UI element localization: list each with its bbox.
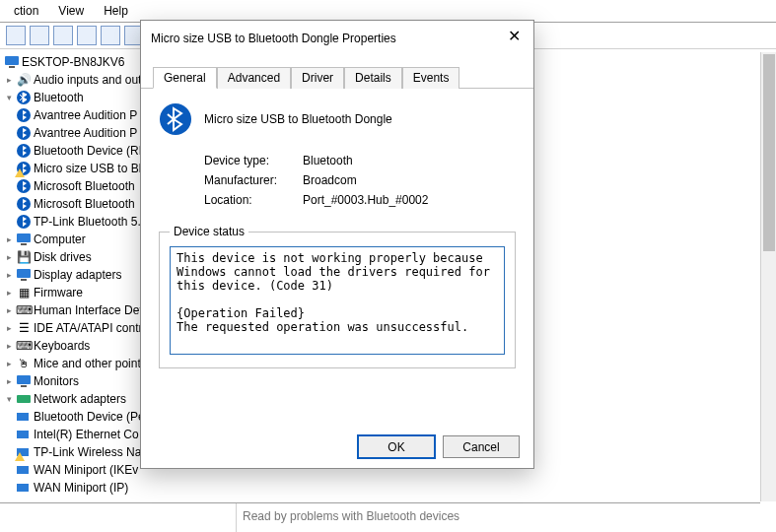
chevron-right-icon: ▸ (4, 266, 14, 284)
chevron-right-icon: ▸ (4, 319, 14, 337)
device-type-value: Bluetooth (303, 154, 353, 167)
bluetooth-icon (16, 90, 32, 105)
ide-icon: ☰ (16, 320, 32, 336)
tree-item-label: Avantree Audition P (34, 124, 137, 142)
tree-item-label: Intel(R) Ethernet Co (34, 426, 139, 443)
device-status-legend: Device status (170, 225, 248, 238)
tree-item-label: Microsoft Bluetooth (34, 177, 135, 195)
tree-item-label: Keyboards (34, 337, 90, 355)
bluetooth-icon (16, 107, 32, 123)
location-label: Location: (204, 193, 303, 207)
svg-rect-21 (17, 484, 29, 492)
tab-driver[interactable]: Driver (291, 67, 344, 89)
bottom-pane: Read by problems with Bluetooth devices (0, 502, 760, 532)
svg-rect-16 (17, 395, 31, 403)
toolbar-btn-4[interactable] (77, 26, 97, 45)
svg-point-9 (17, 215, 31, 229)
dialog-buttons: OK Cancel (358, 435, 520, 458)
computer-icon (4, 54, 20, 70)
tree-item-label: Mice and other pointing (34, 355, 157, 372)
network-icon (16, 391, 32, 407)
tree-item-label: WAN Miniport (IP) (34, 479, 128, 497)
tree-item-label: Bluetooth (34, 89, 84, 106)
menu-action[interactable]: ction (4, 2, 48, 20)
tree-item-label: Audio inputs and outpu (34, 71, 155, 89)
vertical-scrollbar[interactable] (760, 52, 776, 501)
svg-rect-11 (21, 243, 27, 245)
dialog-titlebar: Micro size USB to Bluetooth Dongle Prope… (141, 21, 533, 56)
dialog-title: Micro size USB to Bluetooth Dongle Prope… (151, 32, 396, 45)
svg-rect-19 (17, 448, 29, 456)
monitor-icon (16, 373, 32, 389)
tree-item-label: Network adapters (34, 390, 126, 408)
svg-point-4 (17, 126, 31, 140)
svg-rect-18 (17, 431, 29, 438)
tree-item-label: Bluetooth Device (RF (34, 142, 146, 160)
tree-item-net-child[interactable]: WAN Miniport (IPv6) (2, 497, 776, 499)
chevron-right-icon: ▸ (4, 71, 14, 89)
toolbar-btn-1[interactable] (6, 26, 26, 45)
menu-view[interactable]: View (48, 2, 94, 20)
tree-item-label: ESKTOP-BN8JKV6 (22, 53, 124, 71)
bluetooth-icon (159, 102, 192, 136)
svg-rect-12 (17, 269, 31, 278)
tree-item-label: Disk drives (34, 248, 92, 266)
chevron-right-icon: ▸ (4, 284, 14, 301)
bluetooth-icon (16, 125, 32, 141)
chevron-right-icon: ▸ (4, 301, 14, 319)
tab-general[interactable]: General (153, 67, 217, 89)
tree-item-label: Microsoft Bluetooth (34, 195, 135, 213)
properties-dialog: Micro size USB to Bluetooth Dongle Prope… (140, 20, 534, 469)
disk-icon: 💾 (16, 249, 32, 265)
network-adapter-icon (16, 498, 32, 499)
svg-rect-14 (17, 375, 31, 384)
chevron-right-icon: ▸ (4, 355, 14, 372)
bluetooth-icon (16, 143, 32, 159)
bluetooth-icon (16, 196, 32, 212)
tree-item-label: TP-Link Bluetooth 5. (34, 213, 141, 231)
svg-rect-20 (17, 466, 29, 474)
network-adapter-icon (16, 480, 32, 496)
scrollbar-thumb[interactable] (763, 54, 775, 251)
toolbar-btn-2[interactable] (30, 26, 49, 45)
hid-icon: ⌨ (16, 302, 32, 318)
svg-point-6 (17, 162, 31, 175)
chevron-right-icon: ▸ (4, 248, 14, 266)
computer-icon (16, 232, 32, 247)
display-icon (16, 267, 32, 283)
tree-item-net-child[interactable]: WAN Miniport (IP) (2, 479, 776, 497)
bluetooth-warning-icon (16, 161, 32, 176)
device-name: Micro size USB to Bluetooth Dongle (204, 112, 392, 126)
chevron-right-icon: ▸ (4, 372, 14, 390)
firmware-icon: ▦ (16, 285, 32, 300)
svg-rect-1 (9, 66, 15, 68)
bluetooth-icon (16, 214, 32, 230)
tab-details[interactable]: Details (344, 67, 402, 89)
tree-item-label: WAN Miniport (IKEv (34, 461, 138, 479)
svg-rect-13 (21, 279, 27, 281)
ok-button[interactable]: OK (358, 435, 435, 458)
cancel-button[interactable]: Cancel (443, 435, 520, 458)
network-adapter-icon (16, 427, 32, 442)
device-status-text[interactable] (170, 246, 505, 355)
menu-help[interactable]: Help (94, 2, 138, 20)
toolbar-btn-5[interactable] (101, 26, 120, 45)
toolbar-btn-3[interactable] (53, 26, 73, 45)
close-button[interactable]: ✕ (502, 27, 526, 50)
tab-body-general: Micro size USB to Bluetooth Dongle Devic… (141, 89, 533, 378)
tree-item-label: WAN Miniport (IPv6) (34, 497, 141, 499)
svg-point-7 (17, 179, 31, 193)
dialog-tabs: General Advanced Driver Details Events (141, 56, 533, 89)
network-adapter-warning-icon (16, 444, 32, 460)
tab-advanced[interactable]: Advanced (217, 67, 291, 89)
device-type-label: Device type: (204, 154, 303, 167)
chevron-down-icon: ▾ (4, 390, 14, 408)
keyboard-icon: ⌨ (16, 338, 32, 354)
svg-point-8 (17, 197, 31, 211)
tree-item-label: Firmware (34, 284, 83, 301)
bottom-spacer (0, 503, 237, 532)
tree-item-label: TP-Link Wireless Nan (34, 443, 148, 461)
svg-point-23 (160, 103, 191, 135)
tab-events[interactable]: Events (402, 67, 460, 89)
device-status-group: Device status (159, 225, 516, 368)
